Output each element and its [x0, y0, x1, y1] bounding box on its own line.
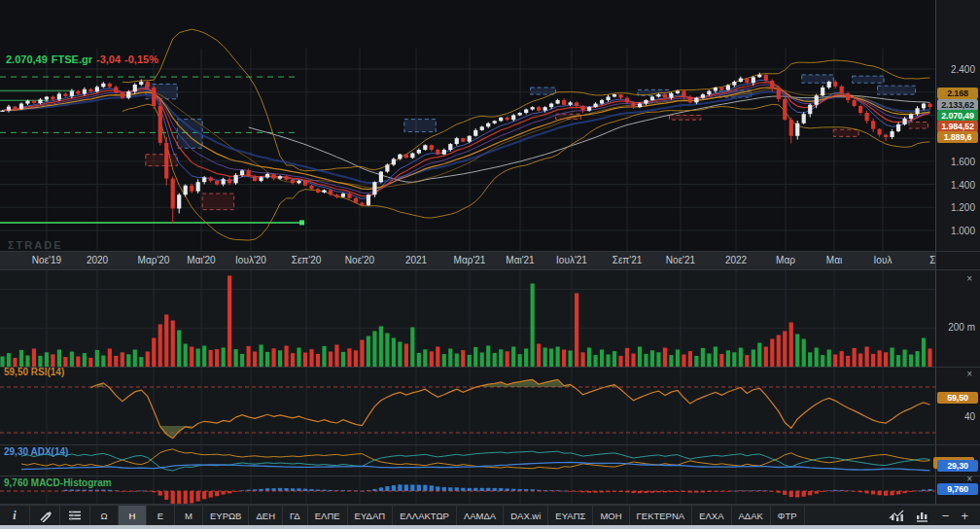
indicators-list-button[interactable] [60, 506, 90, 525]
price-change-pct: -0,15% [124, 53, 158, 65]
draw-tool-button[interactable] [30, 506, 60, 525]
price-tick: 2.400 [951, 64, 975, 75]
ticker-button-ΦΤΡ[interactable]: ΦΤΡ [771, 506, 805, 525]
time-tick: Σεπ'21 [612, 255, 643, 265]
ticker-button-ΔΕΗ[interactable]: ΔΕΗ [249, 506, 283, 525]
bottom-toolbar: i ΩΗΕΜ ΕΥΡΩΒΔΕΗΓΔΕΛΠΕΕΥΔΑΠΕΛΛΑΚΤΩΡΛΑΜΔΑD… [0, 505, 980, 525]
rsi-name: RSI(14) [31, 367, 64, 377]
rsi-badge: 59,50 [937, 392, 978, 404]
close-volume-pane-button[interactable]: × [966, 274, 972, 284]
rsi-tick: 40 [964, 411, 975, 422]
time-tick: Νοε'21 [666, 255, 695, 265]
time-tick: Μαι'21 [506, 255, 534, 265]
interval-button-Ε[interactable]: Ε [147, 506, 175, 525]
ticker-group: ΕΥΡΩΒΔΕΗΓΔΕΛΠΕΕΥΔΑΠΕΛΛΑΚΤΩΡΛΑΜΔΑDAX.wiΕΥ… [203, 506, 805, 525]
ticker-button-ΑΔΑΚ[interactable]: ΑΔΑΚ [732, 506, 771, 525]
ticker-button-ΕΛΠΕ[interactable]: ΕΛΠΕ [308, 506, 348, 525]
time-tick: 2020 [87, 255, 108, 265]
price-tick: 1.000 [951, 226, 975, 236]
trading-chart-app: 2.070,49FTSE.gr-3,04-0,15% ΣTRADE Νοε'19… [0, 0, 980, 529]
list-icon [68, 510, 82, 521]
time-tick: Μαρ [776, 255, 795, 265]
price-panel[interactable] [0, 0, 935, 251]
adx-panel[interactable] [0, 445, 935, 476]
time-tick: Ιουλ [874, 255, 892, 265]
macd-value: 9,760 [4, 477, 28, 488]
rsi-panel[interactable] [0, 368, 935, 445]
bottom-edge-strip [0, 525, 980, 529]
time-tick: Ιουλ'21 [556, 255, 587, 265]
time-tick: Μαρ'20 [138, 255, 170, 265]
time-tick: Μαρ'21 [454, 255, 486, 265]
volume-scale-label: 200 m [948, 322, 975, 333]
price-badge: 2.168 [937, 88, 978, 99]
candle-chart-icon [889, 510, 904, 522]
volume-panel[interactable] [0, 270, 935, 368]
info-icon: i [13, 509, 16, 523]
ticker-button-ΕΛΛΑΚΤΩΡ[interactable]: ΕΛΛΑΚΤΩΡ [393, 506, 457, 525]
price-axis-column[interactable]: 2.4002.2002.0001.8001.6001.4001.2001.000… [935, 0, 980, 504]
price-tick: 1.600 [951, 157, 975, 167]
ticker-button-ΓΕΚΤΕΡΝΑ[interactable]: ΓΕΚΤΕΡΝΑ [630, 506, 693, 525]
macd-name: MACD-Histogram [31, 477, 112, 488]
rsi-label: 59,50 RSI(14) [4, 367, 64, 377]
rsi-chart [0, 368, 935, 445]
macd-panel[interactable] [0, 476, 935, 504]
chart-type-button[interactable] [883, 510, 910, 522]
adx-name: ADX(14) [30, 446, 68, 457]
zoom-out-button[interactable]: − [936, 509, 956, 523]
interval-button-Μ[interactable]: Μ [175, 506, 203, 525]
time-axis[interactable]: Νοε'192020Μαρ'20Μαι'20Ιουλ'20Σεπ'20Νοε'2… [0, 252, 980, 270]
price-badge: 1.889,6 [937, 131, 978, 143]
macd-badge: 9,760 [937, 483, 978, 495]
symbol-overlay-label: 2.070,49FTSE.gr-3,04-0,15% [6, 53, 162, 65]
last-price: 2.070,49 [6, 53, 48, 65]
price-change: -3,04 [96, 53, 121, 65]
ticker-button-ΜΟΗ[interactable]: ΜΟΗ [593, 506, 629, 525]
ticker-button-ΓΔ[interactable]: ΓΔ [283, 506, 308, 525]
zoom-in-button[interactable]: + [955, 509, 974, 523]
interval-button-Η[interactable]: Η [119, 506, 147, 525]
adx-value: 29,30 [4, 446, 28, 457]
time-tick: Σεπ'20 [292, 255, 322, 265]
time-tick: Ιουλ'20 [235, 255, 266, 265]
time-tick: Μαι [826, 255, 842, 265]
macd-label: 9,760 MACD-Histogram [4, 477, 112, 488]
toolbar-right-group: − + [883, 506, 980, 525]
adx-badge: 29,30 [937, 460, 978, 472]
interval-group: ΩΗΕΜ [90, 506, 203, 525]
interval-button-Ω[interactable]: Ω [90, 506, 119, 525]
adx-label: 29,30 ADX(14) [4, 446, 68, 457]
adx-chart [0, 445, 935, 476]
symbol-name: FTSE.gr [52, 53, 92, 65]
time-tick: Μαι'20 [187, 255, 215, 265]
rsi-value: 59,50 [4, 367, 28, 377]
volume-style-button[interactable] [910, 510, 936, 522]
price-tick: 1.200 [951, 202, 975, 213]
time-tick: Νοε'20 [345, 255, 374, 265]
time-tick: Νοε'19 [32, 255, 61, 265]
time-tick: 2022 [725, 255, 747, 265]
volume-chart [0, 270, 935, 368]
pencil-icon [39, 510, 52, 522]
price-chart [0, 0, 935, 251]
ticker-button-ΕΥΔΑΠ[interactable]: ΕΥΔΑΠ [348, 506, 394, 525]
ticker-button-DAX.wi[interactable]: DAX.wi [504, 506, 548, 525]
price-tick: 1.400 [951, 180, 975, 191]
close-rsi-pane-button[interactable]: × [966, 370, 972, 379]
macd-chart [0, 476, 935, 504]
ticker-button-ΛΑΜΔΑ[interactable]: ΛΑΜΔΑ [457, 506, 504, 525]
watermark-logo: ΣTRADE [8, 239, 63, 251]
ticker-button-ΕΥΡΩΒ[interactable]: ΕΥΡΩΒ [203, 506, 249, 525]
ticker-button-ΕΛΧΑ[interactable]: ΕΛΧΑ [692, 506, 731, 525]
bar-chart-icon [916, 510, 930, 522]
ticker-button-ΕΥΑΠΣ[interactable]: ΕΥΑΠΣ [548, 506, 593, 525]
time-tick: 2021 [405, 255, 427, 265]
info-button[interactable]: i [0, 506, 30, 525]
